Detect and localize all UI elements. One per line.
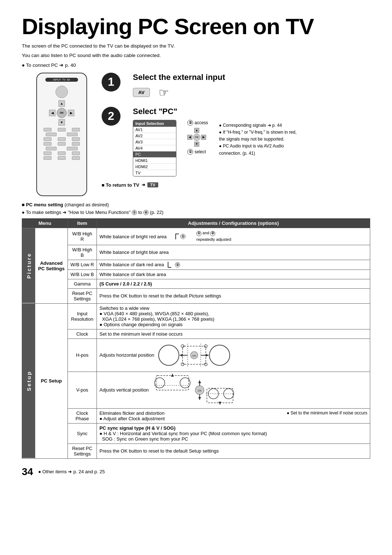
hpos-diagram: OK (158, 341, 230, 370)
picture-wb-high-b: W/B High B White balance of bright blue … (22, 245, 370, 260)
svg-marker-17 (171, 374, 174, 377)
note-1: ● Corresponding signals ➜ p. 44 (219, 122, 297, 129)
input-menu-av1: AV1 (133, 127, 176, 133)
remote-btn-12 (46, 147, 57, 150)
menu-setup: Setup (22, 303, 35, 458)
item-wb-high-r: W/B High R (68, 228, 97, 245)
remote-btn-3 (72, 128, 80, 131)
setup-input-res: Setup PC Setup Input Resolution Switches… (22, 303, 370, 329)
step1-title: Select the external input (133, 73, 370, 82)
av-button: AV (133, 88, 150, 97)
step1-av-row: AV ☞ (133, 86, 370, 100)
remote-btn-18 (58, 156, 66, 160)
note-3: ● PC Audio input is via AV2 Audioconnect… (219, 143, 297, 157)
remote-buttons-area (37, 127, 86, 161)
svg-rect-28 (207, 388, 233, 403)
intro-block: The screen of the PC connected to the TV… (22, 42, 370, 69)
remote-illustration: INPUT TV AV ▲ ◀ OK ▶ ▼ (36, 73, 87, 196)
adj-wb-low-r: White balance of dark red area ② (97, 260, 370, 270)
vpos-row: Adjusts vertical position OK (99, 374, 367, 406)
setup-clock: Clock Set to the minimum level if noise … (22, 329, 370, 339)
remote-btn-4 (46, 133, 57, 136)
dpad-down: ▼ (58, 119, 65, 126)
picture-wb-high-r: Picture Advanced PC Settings W/B High R … (22, 228, 370, 245)
av-label: AV (138, 90, 144, 95)
sub-menu-pc-setup: PC Setup (35, 303, 68, 458)
vpos-text: Adjusts vertical position (99, 387, 149, 393)
th-adj: Adjustments / Configurations (options) (97, 219, 370, 228)
page-title: Displaying PC Screen on TV (22, 15, 370, 38)
item-hpos: H-pos (68, 339, 97, 372)
picture-reset: Reset PC Settings Press the OK button to… (22, 288, 370, 303)
dpad-left: ◀ (49, 110, 56, 116)
item-wb-high-b: W/B High B (68, 245, 97, 260)
mini-dpad: ▲ ◀ OK ▶ ▼ (187, 128, 206, 147)
remote-btn-19 (72, 156, 80, 160)
return-tv: ■ To return to TV ➜ TV (102, 182, 370, 188)
remote-btn-7 (58, 137, 66, 141)
adj-wb-high-b: White balance of bright blue area (97, 245, 370, 260)
input-menu-av3: AV3 (133, 139, 176, 145)
remote-btn-11 (72, 142, 80, 146)
remote-btn-17 (44, 156, 52, 160)
main-table: Menu Item Adjustments / Configurations (… (22, 218, 370, 458)
th-menu: Menu (22, 219, 68, 228)
mini-dpad-right: ▶ (201, 135, 206, 140)
item-clock: Clock (68, 329, 97, 339)
remote-btn-1 (44, 128, 52, 131)
item-wb-low-r: W/B Low R (68, 260, 97, 270)
setup-hpos: H-pos Adjusts horizontal position (22, 339, 370, 372)
step2-content: Select "PC" Input Selection AV1 AV2 AV3 … (126, 107, 370, 177)
pc-menu-suffix: (changed as desired) (65, 202, 109, 207)
item-vpos: V-pos (68, 372, 97, 408)
adj-hpos: Adjusts horizontal position OK (97, 339, 370, 372)
vpos-diagram: OK (152, 374, 236, 406)
remote-dpad: ▲ ◀ OK ▶ ▼ (49, 100, 74, 126)
input-menu-pc: PC (133, 151, 176, 158)
step2-dpad-area: ② access ▲ ◀ OK ▶ ▼ ① select (187, 120, 208, 177)
svg-marker-7 (206, 354, 209, 357)
adj-reset-picture: Press the OK button to reset to the defa… (97, 288, 370, 303)
svg-point-18 (155, 378, 165, 388)
picture-gamma: Gamma (S Curve / 2.0 / 2.2 / 2.5) (22, 279, 370, 288)
svg-text:OK: OK (197, 389, 202, 392)
step2-notes: ● Corresponding signals ➜ p. 44 ● If "H-… (219, 122, 297, 177)
th-item: Item (68, 219, 97, 228)
arrow-right-icon: ➜ (142, 182, 145, 187)
adj-input-res: Switches to a wide view ● VGA (640 × 480… (97, 303, 370, 329)
remote-power-btn (56, 86, 68, 98)
svg-point-8 (209, 345, 230, 365)
select-label: ① select (187, 149, 206, 155)
item-clock-phase: Clock Phase (68, 408, 97, 423)
remote-btn-5 (67, 133, 78, 136)
remote-btn-16 (72, 151, 80, 155)
access-label: ② access (187, 120, 208, 126)
intro-line-2: You can also listen to PC sound with the… (22, 52, 370, 59)
menu-picture: Picture (22, 228, 35, 303)
page-footer: 34 ● Other items ➜ p. 24 and p. 25 (22, 466, 370, 478)
remote-col: INPUT TV AV ▲ ◀ OK ▶ ▼ (22, 73, 102, 196)
hand-icon: ☞ (159, 86, 169, 100)
step2-area: 2 Select "PC" Input Selection AV1 AV2 AV… (102, 107, 370, 177)
hpos-row: Adjusts horizontal position OK (99, 341, 367, 370)
svg-marker-30 (219, 402, 221, 405)
remote-top-bar: INPUT TV AV (45, 78, 78, 82)
item-reset-picture: Reset PC Settings (68, 288, 97, 303)
remote-btn-13 (67, 147, 78, 150)
input-menu-hdmi1: HDMI1 (133, 158, 176, 164)
page-number: 34 (22, 466, 33, 478)
tv-badge: TV (147, 182, 158, 187)
dpad-right: ▶ (68, 110, 74, 116)
hpos-text: Adjusts horizontal position (99, 352, 154, 358)
input-menu-tv: TV (133, 170, 176, 176)
item-sync: Sync (68, 423, 97, 443)
input-menu-hdmi2: HDMI2 (133, 164, 176, 170)
note-2: ● If "H-freq." or "V-freq." is shown in … (219, 129, 297, 143)
item-input-res: Input Resolution (68, 303, 97, 329)
remote-btn-14 (44, 151, 52, 155)
picture-wb-low-r: W/B Low R White balance of dark red area… (22, 260, 370, 270)
step1-content: Select the external input AV ☞ (126, 73, 370, 100)
adj-wb-low-b: White balance of dark blue area (97, 270, 370, 279)
mini-dpad-down: ▼ (194, 142, 199, 147)
adj-sync: PC sync signal type (H & V / SOG) ● H & … (97, 423, 370, 443)
